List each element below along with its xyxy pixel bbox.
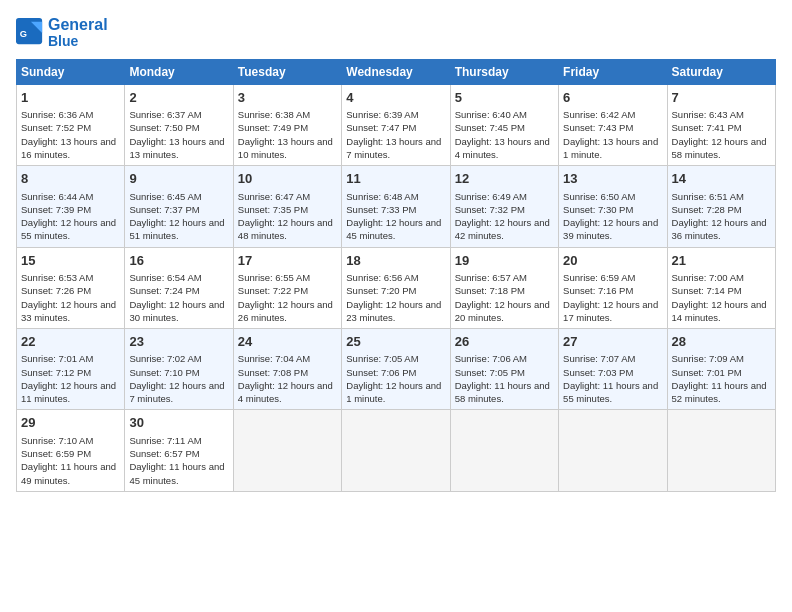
svg-text:G: G bbox=[20, 29, 27, 39]
calendar-body: 1Sunrise: 6:36 AMSunset: 7:52 PMDaylight… bbox=[17, 84, 776, 491]
calendar-cell: 14Sunrise: 6:51 AMSunset: 7:28 PMDayligh… bbox=[667, 166, 775, 247]
column-header-sunday: Sunday bbox=[17, 59, 125, 84]
calendar-cell bbox=[667, 410, 775, 491]
calendar-cell bbox=[233, 410, 341, 491]
day-number: 14 bbox=[672, 170, 771, 188]
day-detail: Sunrise: 6:42 AMSunset: 7:43 PMDaylight:… bbox=[563, 108, 662, 161]
day-detail: Sunrise: 7:07 AMSunset: 7:03 PMDaylight:… bbox=[563, 352, 662, 405]
calendar-cell: 21Sunrise: 7:00 AMSunset: 7:14 PMDayligh… bbox=[667, 247, 775, 328]
calendar-table: SundayMondayTuesdayWednesdayThursdayFrid… bbox=[16, 59, 776, 492]
calendar-container: G General Blue SundayMondayTuesdayWednes… bbox=[0, 0, 792, 500]
calendar-week-row: 1Sunrise: 6:36 AMSunset: 7:52 PMDaylight… bbox=[17, 84, 776, 165]
day-number: 18 bbox=[346, 252, 445, 270]
day-detail: Sunrise: 7:01 AMSunset: 7:12 PMDaylight:… bbox=[21, 352, 120, 405]
day-detail: Sunrise: 7:06 AMSunset: 7:05 PMDaylight:… bbox=[455, 352, 554, 405]
day-detail: Sunrise: 7:00 AMSunset: 7:14 PMDaylight:… bbox=[672, 271, 771, 324]
calendar-cell: 23Sunrise: 7:02 AMSunset: 7:10 PMDayligh… bbox=[125, 329, 233, 410]
logo-icon: G bbox=[16, 18, 44, 46]
calendar-cell: 8Sunrise: 6:44 AMSunset: 7:39 PMDaylight… bbox=[17, 166, 125, 247]
column-header-tuesday: Tuesday bbox=[233, 59, 341, 84]
calendar-cell: 6Sunrise: 6:42 AMSunset: 7:43 PMDaylight… bbox=[559, 84, 667, 165]
calendar-cell: 12Sunrise: 6:49 AMSunset: 7:32 PMDayligh… bbox=[450, 166, 558, 247]
day-number: 7 bbox=[672, 89, 771, 107]
column-header-saturday: Saturday bbox=[667, 59, 775, 84]
day-number: 8 bbox=[21, 170, 120, 188]
calendar-cell: 9Sunrise: 6:45 AMSunset: 7:37 PMDaylight… bbox=[125, 166, 233, 247]
calendar-cell: 28Sunrise: 7:09 AMSunset: 7:01 PMDayligh… bbox=[667, 329, 775, 410]
day-number: 2 bbox=[129, 89, 228, 107]
day-detail: Sunrise: 6:48 AMSunset: 7:33 PMDaylight:… bbox=[346, 190, 445, 243]
day-detail: Sunrise: 6:59 AMSunset: 7:16 PMDaylight:… bbox=[563, 271, 662, 324]
calendar-cell: 29Sunrise: 7:10 AMSunset: 6:59 PMDayligh… bbox=[17, 410, 125, 491]
calendar-cell: 1Sunrise: 6:36 AMSunset: 7:52 PMDaylight… bbox=[17, 84, 125, 165]
logo-text: General Blue bbox=[48, 16, 108, 49]
day-detail: Sunrise: 6:37 AMSunset: 7:50 PMDaylight:… bbox=[129, 108, 228, 161]
column-header-friday: Friday bbox=[559, 59, 667, 84]
calendar-cell: 22Sunrise: 7:01 AMSunset: 7:12 PMDayligh… bbox=[17, 329, 125, 410]
day-number: 17 bbox=[238, 252, 337, 270]
day-number: 10 bbox=[238, 170, 337, 188]
day-number: 1 bbox=[21, 89, 120, 107]
day-detail: Sunrise: 6:44 AMSunset: 7:39 PMDaylight:… bbox=[21, 190, 120, 243]
calendar-cell: 19Sunrise: 6:57 AMSunset: 7:18 PMDayligh… bbox=[450, 247, 558, 328]
day-detail: Sunrise: 6:43 AMSunset: 7:41 PMDaylight:… bbox=[672, 108, 771, 161]
calendar-cell: 4Sunrise: 6:39 AMSunset: 7:47 PMDaylight… bbox=[342, 84, 450, 165]
calendar-header-row: SundayMondayTuesdayWednesdayThursdayFrid… bbox=[17, 59, 776, 84]
column-header-wednesday: Wednesday bbox=[342, 59, 450, 84]
calendar-cell: 16Sunrise: 6:54 AMSunset: 7:24 PMDayligh… bbox=[125, 247, 233, 328]
header: G General Blue bbox=[16, 16, 776, 49]
day-detail: Sunrise: 6:45 AMSunset: 7:37 PMDaylight:… bbox=[129, 190, 228, 243]
calendar-cell bbox=[559, 410, 667, 491]
day-number: 20 bbox=[563, 252, 662, 270]
calendar-cell: 17Sunrise: 6:55 AMSunset: 7:22 PMDayligh… bbox=[233, 247, 341, 328]
column-header-thursday: Thursday bbox=[450, 59, 558, 84]
day-number: 15 bbox=[21, 252, 120, 270]
day-number: 12 bbox=[455, 170, 554, 188]
day-number: 13 bbox=[563, 170, 662, 188]
day-number: 19 bbox=[455, 252, 554, 270]
day-detail: Sunrise: 6:54 AMSunset: 7:24 PMDaylight:… bbox=[129, 271, 228, 324]
day-detail: Sunrise: 6:51 AMSunset: 7:28 PMDaylight:… bbox=[672, 190, 771, 243]
day-detail: Sunrise: 6:56 AMSunset: 7:20 PMDaylight:… bbox=[346, 271, 445, 324]
day-number: 3 bbox=[238, 89, 337, 107]
calendar-cell: 25Sunrise: 7:05 AMSunset: 7:06 PMDayligh… bbox=[342, 329, 450, 410]
day-number: 4 bbox=[346, 89, 445, 107]
day-detail: Sunrise: 7:09 AMSunset: 7:01 PMDaylight:… bbox=[672, 352, 771, 405]
calendar-cell: 13Sunrise: 6:50 AMSunset: 7:30 PMDayligh… bbox=[559, 166, 667, 247]
day-detail: Sunrise: 7:05 AMSunset: 7:06 PMDaylight:… bbox=[346, 352, 445, 405]
day-detail: Sunrise: 6:55 AMSunset: 7:22 PMDaylight:… bbox=[238, 271, 337, 324]
day-number: 6 bbox=[563, 89, 662, 107]
day-detail: Sunrise: 6:49 AMSunset: 7:32 PMDaylight:… bbox=[455, 190, 554, 243]
day-detail: Sunrise: 6:47 AMSunset: 7:35 PMDaylight:… bbox=[238, 190, 337, 243]
calendar-cell: 2Sunrise: 6:37 AMSunset: 7:50 PMDaylight… bbox=[125, 84, 233, 165]
calendar-cell: 20Sunrise: 6:59 AMSunset: 7:16 PMDayligh… bbox=[559, 247, 667, 328]
day-number: 22 bbox=[21, 333, 120, 351]
day-detail: Sunrise: 6:50 AMSunset: 7:30 PMDaylight:… bbox=[563, 190, 662, 243]
calendar-cell: 3Sunrise: 6:38 AMSunset: 7:49 PMDaylight… bbox=[233, 84, 341, 165]
day-detail: Sunrise: 7:10 AMSunset: 6:59 PMDaylight:… bbox=[21, 434, 120, 487]
calendar-cell: 27Sunrise: 7:07 AMSunset: 7:03 PMDayligh… bbox=[559, 329, 667, 410]
day-detail: Sunrise: 6:53 AMSunset: 7:26 PMDaylight:… bbox=[21, 271, 120, 324]
day-number: 28 bbox=[672, 333, 771, 351]
day-number: 5 bbox=[455, 89, 554, 107]
calendar-week-row: 8Sunrise: 6:44 AMSunset: 7:39 PMDaylight… bbox=[17, 166, 776, 247]
calendar-week-row: 22Sunrise: 7:01 AMSunset: 7:12 PMDayligh… bbox=[17, 329, 776, 410]
day-number: 30 bbox=[129, 414, 228, 432]
calendar-week-row: 15Sunrise: 6:53 AMSunset: 7:26 PMDayligh… bbox=[17, 247, 776, 328]
calendar-cell bbox=[342, 410, 450, 491]
logo: G General Blue bbox=[16, 16, 108, 49]
day-number: 24 bbox=[238, 333, 337, 351]
calendar-cell bbox=[450, 410, 558, 491]
day-number: 9 bbox=[129, 170, 228, 188]
day-number: 26 bbox=[455, 333, 554, 351]
calendar-cell: 10Sunrise: 6:47 AMSunset: 7:35 PMDayligh… bbox=[233, 166, 341, 247]
column-header-monday: Monday bbox=[125, 59, 233, 84]
calendar-week-row: 29Sunrise: 7:10 AMSunset: 6:59 PMDayligh… bbox=[17, 410, 776, 491]
day-number: 23 bbox=[129, 333, 228, 351]
day-detail: Sunrise: 7:11 AMSunset: 6:57 PMDaylight:… bbox=[129, 434, 228, 487]
day-detail: Sunrise: 7:02 AMSunset: 7:10 PMDaylight:… bbox=[129, 352, 228, 405]
day-number: 25 bbox=[346, 333, 445, 351]
day-detail: Sunrise: 6:57 AMSunset: 7:18 PMDaylight:… bbox=[455, 271, 554, 324]
day-detail: Sunrise: 6:40 AMSunset: 7:45 PMDaylight:… bbox=[455, 108, 554, 161]
calendar-cell: 7Sunrise: 6:43 AMSunset: 7:41 PMDaylight… bbox=[667, 84, 775, 165]
